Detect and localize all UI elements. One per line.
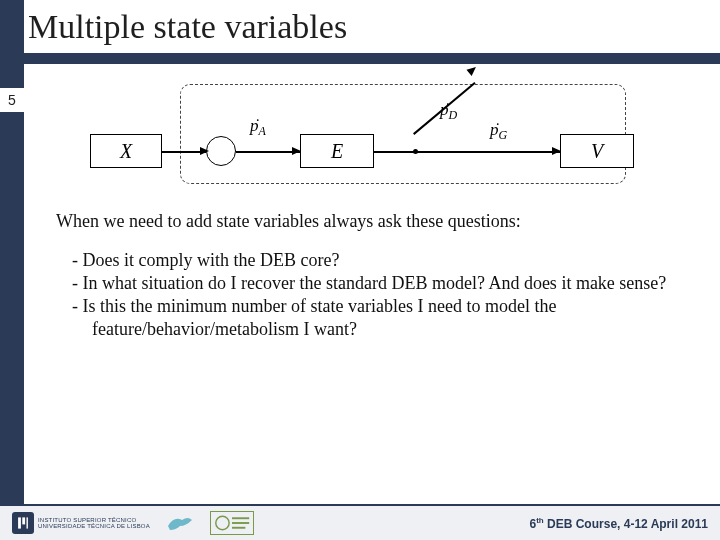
- box-x: X: [90, 134, 162, 168]
- lead-text: When we need to add state variables alwa…: [56, 210, 676, 233]
- svg-rect-1: [22, 517, 25, 524]
- svg-rect-2: [27, 517, 28, 528]
- svg-point-3: [216, 516, 229, 529]
- slide-title: Multiple state variables: [28, 8, 347, 46]
- logo-qren-icon: [210, 511, 254, 535]
- body-text: When we need to add state variables alwa…: [56, 210, 676, 341]
- logo-ist: INSTITUTO SUPERIOR TÉCNICO Universidade …: [12, 512, 150, 534]
- logo-bird-icon: [166, 512, 194, 534]
- bullet-3: - Is this the minimum number of state va…: [56, 295, 676, 341]
- logo-ist-text: INSTITUTO SUPERIOR TÉCNICO Universidade …: [38, 517, 150, 530]
- box-e: E: [300, 134, 374, 168]
- footer: INSTITUTO SUPERIOR TÉCNICO Universidade …: [0, 504, 720, 540]
- branch-dot: [413, 149, 418, 154]
- junction-circle: [206, 136, 236, 166]
- svg-rect-0: [18, 517, 21, 528]
- label-p-a: ·pA: [250, 116, 266, 139]
- bullet-2: - In what situation do I recover the sta…: [56, 272, 676, 295]
- arrow-e-v: [374, 151, 560, 153]
- arrow-circle-e: [236, 151, 300, 153]
- slide-number: 5: [0, 88, 24, 112]
- footer-logos: INSTITUTO SUPERIOR TÉCNICO Universidade …: [12, 511, 254, 535]
- slide: Multiple state variables 5 X E V ·pA ·pG: [0, 0, 720, 540]
- footer-course-text: 6th DEB Course, 4-12 April 2011: [529, 516, 708, 531]
- bullet-1: - Does it comply with the DEB core?: [56, 249, 676, 272]
- label-p-g: ·pG: [490, 120, 507, 143]
- box-v: V: [560, 134, 634, 168]
- svg-rect-5: [232, 522, 249, 524]
- ist-mark-icon: [12, 512, 34, 534]
- left-stripe: [0, 64, 24, 504]
- label-p-d: ·pD: [440, 100, 457, 123]
- title-inner: Multiple state variables: [24, 0, 720, 56]
- svg-rect-6: [232, 527, 245, 529]
- arrow-head-1: [200, 147, 209, 155]
- arrow-head-2: [292, 147, 301, 155]
- arrow-head-3: [552, 147, 561, 155]
- title-bar: Multiple state variables: [0, 0, 720, 64]
- flow-diagram: X E V ·pA ·pG ·pD: [90, 80, 650, 190]
- svg-rect-4: [232, 517, 249, 519]
